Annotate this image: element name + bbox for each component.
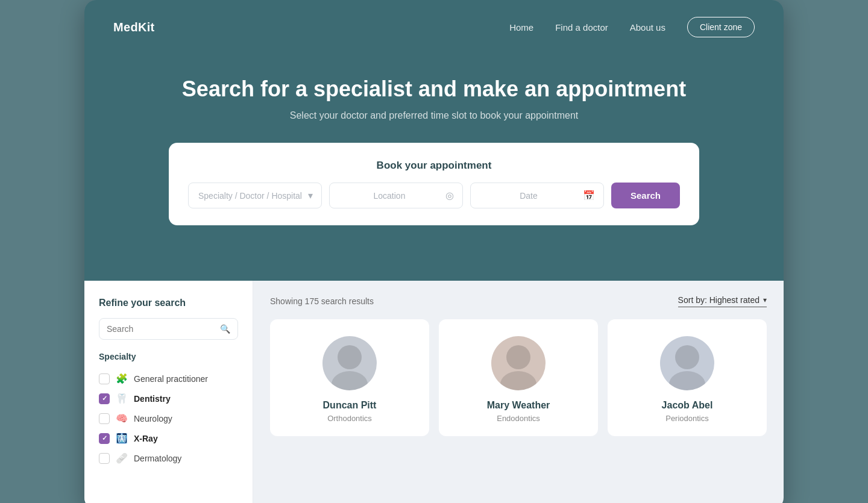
booking-card: Book your appointment Specialty / Doctor…	[169, 143, 699, 225]
specialty-item-dentistry[interactable]: 🦷Dentistry	[99, 389, 238, 408]
main-content: Refine your search 🔍 Specialty 🧩General …	[84, 281, 784, 503]
svg-point-4	[675, 345, 699, 369]
checkbox-dermatology[interactable]	[99, 453, 110, 464]
hero-title: Search for a specialist and make an appo…	[113, 76, 755, 102]
doctor-avatar-1	[322, 336, 377, 390]
specialty-name-dentistry: Dentistry	[134, 394, 171, 404]
doctor-name-2: Mary Weather	[487, 400, 550, 411]
svg-point-2	[506, 345, 530, 369]
specialty-icon-dermatology: 🩹	[116, 452, 128, 464]
date-placeholder: Date	[479, 191, 578, 201]
checkbox-xray[interactable]	[99, 433, 110, 444]
doctor-avatar-3	[660, 336, 714, 390]
logo: MedKit	[113, 20, 154, 34]
specialty-item-xray[interactable]: 🩻X-Ray	[99, 428, 238, 448]
search-button[interactable]: Search	[611, 183, 680, 208]
specialty-placeholder: Specialty / Doctor / Hospital	[197, 191, 303, 201]
specialty-name-general: General practitioner	[134, 374, 208, 384]
booking-fields: Specialty / Doctor / Hospital ▾ Location…	[188, 183, 680, 208]
specialty-icon-xray: 🩻	[116, 433, 128, 444]
specialty-item-neurology[interactable]: 🧠Neurology	[99, 408, 238, 428]
client-zone-button[interactable]: Client zone	[687, 17, 755, 37]
specialty-name-neurology: Neurology	[134, 414, 172, 423]
booking-title: Book your appointment	[188, 160, 680, 172]
date-input[interactable]: Date 📅	[470, 183, 604, 208]
hero-section: MedKit Home Find a doctor About us Clien…	[84, 0, 784, 281]
location-icon: ◎	[445, 190, 454, 201]
svg-point-1	[332, 371, 368, 390]
app-container: MedKit Home Find a doctor About us Clien…	[84, 0, 784, 503]
checkbox-neurology[interactable]	[99, 413, 110, 424]
nav-about-us[interactable]: About us	[630, 22, 665, 33]
nav-links: Home Find a doctor About us Client zone	[509, 17, 755, 37]
results-area: Showing 175 search results Sort by: High…	[253, 281, 784, 503]
doctor-card-1[interactable]: Duncan PittOrthodontics	[270, 319, 429, 436]
doctor-cards: Duncan PittOrthodontics Mary WeatherEndo…	[270, 319, 767, 436]
hero-content: Search for a specialist and make an appo…	[113, 52, 755, 245]
specialty-name-xray: X-Ray	[134, 434, 158, 443]
doctor-specialty-1: Orthodontics	[327, 414, 372, 423]
svg-point-3	[500, 371, 536, 390]
specialty-item-general[interactable]: 🧩General practitioner	[99, 369, 238, 389]
checkbox-dentistry[interactable]	[99, 393, 110, 404]
doctor-specialty-2: Endodontics	[497, 414, 540, 423]
sort-chevron-icon: ▾	[763, 296, 767, 304]
doctor-specialty-3: Periodontics	[665, 414, 709, 423]
checkbox-general[interactable]	[99, 373, 110, 384]
specialty-item-dermatology[interactable]: 🩹Dermatology	[99, 448, 238, 468]
sidebar-search-container[interactable]: 🔍	[99, 318, 238, 340]
svg-point-5	[669, 371, 705, 390]
specialty-icon-dentistry: 🦷	[116, 393, 128, 404]
calendar-icon: 📅	[583, 190, 595, 201]
hero-subtitle: Select your doctor and preferred time sl…	[113, 110, 755, 121]
sidebar: Refine your search 🔍 Specialty 🧩General …	[84, 281, 253, 503]
specialty-name-dermatology: Dermatology	[134, 454, 181, 463]
results-count: Showing 175 search results	[270, 296, 374, 306]
doctor-card-3[interactable]: Jacob AbelPeriodontics	[608, 319, 767, 436]
doctor-name-3: Jacob Abel	[662, 400, 713, 411]
nav-home[interactable]: Home	[509, 22, 533, 33]
sort-label: Sort by: Highest rated	[678, 295, 760, 305]
specialty-list: 🧩General practitioner🦷Dentistry🧠Neurolog…	[99, 369, 238, 468]
search-icon: 🔍	[220, 324, 230, 334]
doctor-avatar-2	[491, 336, 546, 390]
sidebar-search-input[interactable]	[107, 324, 215, 334]
doctor-card-2[interactable]: Mary WeatherEndodontics	[439, 319, 598, 436]
specialty-icon-general: 🧩	[116, 373, 128, 384]
chevron-down-icon: ▾	[308, 190, 313, 201]
sidebar-title: Refine your search	[99, 298, 238, 308]
navbar: MedKit Home Find a doctor About us Clien…	[113, 0, 755, 52]
results-header: Showing 175 search results Sort by: High…	[270, 295, 767, 307]
specialty-label: Specialty	[99, 352, 238, 361]
location-placeholder: Location	[338, 191, 441, 201]
sort-dropdown[interactable]: Sort by: Highest rated ▾	[678, 295, 767, 307]
location-input[interactable]: Location ◎	[329, 183, 463, 208]
nav-find-doctor[interactable]: Find a doctor	[555, 22, 608, 33]
doctor-name-1: Duncan Pitt	[323, 400, 377, 411]
specialty-dropdown[interactable]: Specialty / Doctor / Hospital ▾	[188, 183, 322, 208]
svg-point-0	[338, 345, 362, 369]
specialty-icon-neurology: 🧠	[116, 413, 128, 424]
